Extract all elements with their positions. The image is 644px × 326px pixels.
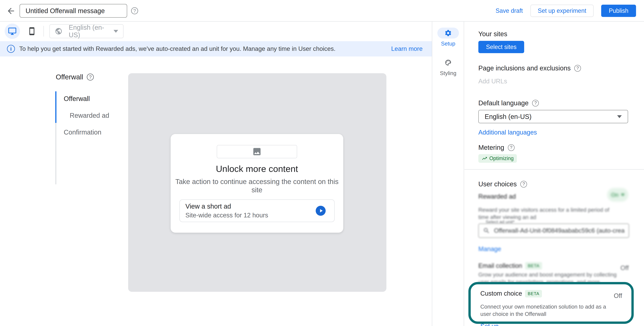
custom-choice-status: Off	[614, 292, 622, 299]
metering-status-badge: Optimizing	[478, 154, 517, 163]
user-choices-help-icon[interactable]: ?	[520, 181, 527, 187]
set-up-link[interactable]: Set up	[480, 323, 498, 326]
logo-placeholder	[217, 145, 297, 158]
tab-styling-label: Styling	[440, 70, 456, 76]
message-title-input[interactable]	[20, 4, 127, 18]
offerwall-title: Unlock more content	[171, 164, 343, 174]
email-collection-title: Email collectionBETA	[478, 262, 542, 269]
view-ad-title: View a short ad	[186, 203, 316, 210]
title-help-icon[interactable]: ?	[131, 7, 138, 14]
chevron-down-icon	[617, 115, 622, 118]
custom-choice-description: Connect your own monetization solution t…	[480, 303, 610, 318]
publish-button[interactable]: Publish	[601, 5, 636, 17]
search-icon	[483, 227, 490, 234]
select-sites-button[interactable]: Select sites	[478, 41, 524, 53]
ad-unit-select[interactable]: Offerwall-Ad-Unit-0f0849aababc59c6 (auto…	[478, 223, 629, 238]
chevron-down-icon	[114, 30, 118, 33]
preview-stage: Unlock more content Take action to conti…	[128, 73, 386, 292]
chevron-down-icon	[621, 194, 624, 196]
learn-more-link[interactable]: Learn more	[391, 45, 422, 52]
metering-heading: Metering ?	[478, 144, 514, 151]
nav-item-offerwall[interactable]: Offerwall	[56, 90, 109, 107]
setup-panel: Your sites Select sites Page inclusions …	[464, 22, 644, 326]
preview-language-value: English (en-US)	[69, 24, 114, 39]
your-sites-heading: Your sites	[478, 30, 507, 38]
gear-icon	[444, 29, 452, 37]
panel-divider	[464, 169, 644, 170]
nav-item-confirmation[interactable]: Confirmation	[56, 124, 109, 141]
rewarded-ad-description: Reward your site visitors access for a l…	[478, 206, 611, 221]
default-language-help-icon[interactable]: ?	[532, 100, 539, 106]
default-language-heading: Default language ?	[478, 99, 539, 107]
banner-text: To help you get started with Rewarded ad…	[19, 45, 391, 52]
play-button[interactable]	[316, 206, 326, 216]
page-inclusions-help-icon[interactable]: ?	[574, 65, 581, 72]
mobile-preview-button[interactable]	[24, 24, 40, 39]
trending-icon	[482, 156, 487, 161]
tab-setup[interactable]: Setup	[432, 28, 464, 47]
tab-styling[interactable]: Styling	[432, 57, 464, 76]
beta-badge: BETA	[525, 262, 542, 269]
preview-language-select[interactable]: English (en-US)	[50, 24, 124, 38]
manage-link[interactable]: Manage	[478, 245, 501, 253]
smartphone-icon	[28, 27, 36, 36]
info-icon: i	[7, 45, 15, 53]
rewarded-ad-toggle[interactable]: On	[607, 188, 628, 202]
info-banner: i To help you get started with Rewarded …	[0, 41, 432, 57]
top-bar: ? Save draft Set up experiment Publish	[0, 0, 644, 22]
palette-icon	[444, 59, 452, 67]
nav-rail-active-indicator	[55, 91, 56, 123]
offerwall-nav: Offerwall ? Offerwall Rewarded ad Confir…	[56, 73, 109, 141]
view-ad-subtitle: Site-wide access for 12 hours	[186, 212, 316, 219]
rewarded-ad-title: Rewarded ad	[478, 193, 516, 200]
top-bar-actions: Save draft Set up experiment Publish	[496, 5, 636, 17]
tab-setup-label: Setup	[441, 41, 455, 47]
set-up-experiment-button[interactable]: Set up experiment	[530, 5, 594, 17]
default-language-value: English (en-US)	[485, 113, 617, 120]
save-draft-button[interactable]: Save draft	[496, 7, 523, 14]
default-language-select[interactable]: English (en-US)	[478, 110, 628, 123]
user-choices-heading: User choices ?	[478, 180, 527, 188]
offerwall-nav-title: Offerwall	[56, 73, 83, 81]
add-urls-input[interactable]	[478, 78, 614, 85]
image-placeholder-icon	[252, 147, 262, 156]
custom-choice-card: Custom choiceBETA Off Connect your own m…	[468, 282, 634, 324]
offerwall-help-icon[interactable]: ?	[87, 74, 94, 81]
desktop-icon	[8, 27, 16, 36]
back-arrow-icon[interactable]	[6, 6, 16, 16]
toolbar-divider	[44, 26, 44, 37]
play-icon	[318, 208, 324, 214]
page-inclusions-heading: Page inclusions and exclusions ?	[478, 65, 581, 72]
nav-item-rewarded-ad[interactable]: Rewarded ad	[56, 107, 109, 124]
device-bar: English (en-US)	[0, 22, 432, 41]
metering-help-icon[interactable]: ?	[508, 144, 514, 151]
globe-icon	[55, 28, 62, 35]
preview-column: English (en-US) i To help you get starte…	[0, 22, 432, 326]
custom-choice-title: Custom choice	[480, 290, 522, 297]
additional-languages-link[interactable]: Additional languages	[478, 129, 537, 136]
view-ad-option[interactable]: View a short ad Site-wide access for 12 …	[180, 199, 334, 222]
offerwall-preview-card: Unlock more content Take action to conti…	[171, 134, 343, 233]
ad-unit-value: Offerwall-Ad-Unit-0f0849aababc59c6 (auto…	[494, 227, 624, 234]
settings-rail: Setup Styling	[432, 22, 464, 326]
email-collection-status: Off	[620, 264, 629, 271]
desktop-preview-button[interactable]	[5, 24, 20, 39]
offerwall-subtitle: Take action to continue accessing the co…	[171, 178, 343, 194]
device-toggle	[5, 24, 40, 39]
beta-badge: BETA	[525, 290, 542, 297]
